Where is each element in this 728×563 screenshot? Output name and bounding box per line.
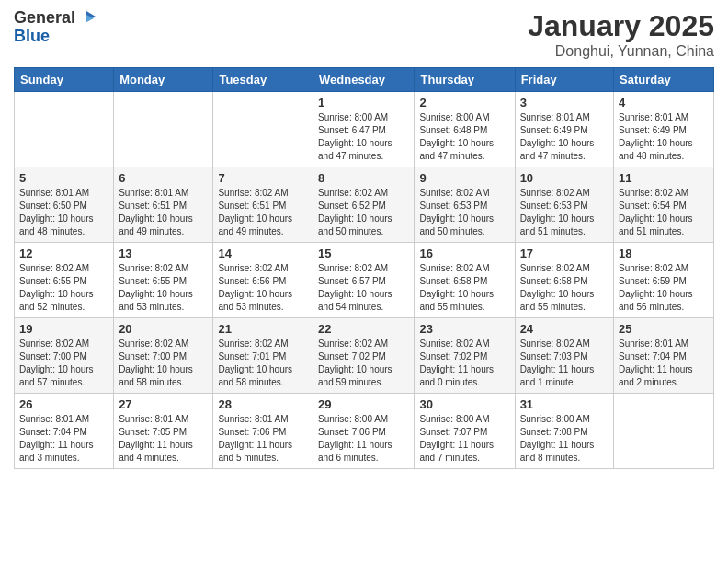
day-number: 21 bbox=[218, 322, 308, 336]
calendar-cell: 30Sunrise: 8:00 AM Sunset: 7:07 PM Dayli… bbox=[415, 394, 515, 469]
day-number: 5 bbox=[19, 171, 108, 185]
calendar-cell: 2Sunrise: 8:00 AM Sunset: 6:48 PM Daylig… bbox=[415, 92, 515, 167]
day-info: Sunrise: 8:01 AM Sunset: 6:49 PM Dayligh… bbox=[619, 111, 709, 163]
logo-flag-icon bbox=[77, 9, 96, 28]
calendar-cell: 20Sunrise: 8:02 AM Sunset: 7:00 PM Dayli… bbox=[114, 318, 213, 394]
day-number: 11 bbox=[619, 171, 709, 185]
location: Donghui, Yunnan, China bbox=[528, 43, 714, 60]
day-number: 6 bbox=[119, 171, 208, 185]
weekday-header-friday: Friday bbox=[515, 68, 613, 92]
calendar-cell: 26Sunrise: 8:01 AM Sunset: 7:04 PM Dayli… bbox=[15, 394, 114, 469]
weekday-header-sunday: Sunday bbox=[15, 68, 114, 92]
day-info: Sunrise: 8:00 AM Sunset: 7:06 PM Dayligh… bbox=[318, 413, 409, 465]
weekday-header-monday: Monday bbox=[114, 68, 213, 92]
calendar-cell: 1Sunrise: 8:00 AM Sunset: 6:47 PM Daylig… bbox=[313, 92, 415, 167]
day-number: 28 bbox=[218, 397, 308, 411]
day-info: Sunrise: 8:02 AM Sunset: 6:53 PM Dayligh… bbox=[520, 187, 609, 238]
day-info: Sunrise: 8:02 AM Sunset: 7:02 PM Dayligh… bbox=[419, 338, 509, 389]
day-number: 1 bbox=[318, 96, 409, 109]
day-number: 3 bbox=[520, 96, 609, 109]
day-info: Sunrise: 8:02 AM Sunset: 7:01 PM Dayligh… bbox=[218, 338, 308, 389]
calendar-cell: 19Sunrise: 8:02 AM Sunset: 7:00 PM Dayli… bbox=[15, 318, 114, 394]
weekday-header-saturday: Saturday bbox=[614, 68, 714, 92]
calendar-cell: 8Sunrise: 8:02 AM Sunset: 6:52 PM Daylig… bbox=[313, 167, 415, 243]
calendar-cell: 22Sunrise: 8:02 AM Sunset: 7:02 PM Dayli… bbox=[313, 318, 415, 394]
calendar-cell: 6Sunrise: 8:01 AM Sunset: 6:51 PM Daylig… bbox=[114, 167, 213, 243]
day-number: 13 bbox=[119, 247, 208, 260]
calendar-week-row: 1Sunrise: 8:00 AM Sunset: 6:47 PM Daylig… bbox=[15, 92, 714, 167]
day-info: Sunrise: 8:01 AM Sunset: 7:04 PM Dayligh… bbox=[19, 413, 108, 465]
calendar-cell: 31Sunrise: 8:00 AM Sunset: 7:08 PM Dayli… bbox=[515, 394, 613, 469]
day-info: Sunrise: 8:02 AM Sunset: 6:54 PM Dayligh… bbox=[619, 187, 709, 238]
calendar-week-row: 12Sunrise: 8:02 AM Sunset: 6:55 PM Dayli… bbox=[15, 243, 714, 318]
day-info: Sunrise: 8:00 AM Sunset: 6:47 PM Dayligh… bbox=[318, 111, 409, 163]
day-number: 23 bbox=[419, 322, 509, 336]
day-number: 2 bbox=[419, 96, 509, 109]
day-number: 17 bbox=[520, 247, 609, 260]
title-block: January 2025 Donghui, Yunnan, China bbox=[528, 9, 714, 60]
day-number: 12 bbox=[19, 247, 108, 260]
day-number: 30 bbox=[419, 397, 509, 411]
calendar-cell bbox=[213, 92, 313, 167]
day-number: 31 bbox=[520, 397, 609, 411]
calendar-cell: 13Sunrise: 8:02 AM Sunset: 6:55 PM Dayli… bbox=[114, 243, 213, 318]
day-info: Sunrise: 8:02 AM Sunset: 6:52 PM Dayligh… bbox=[318, 187, 409, 238]
calendar-cell: 3Sunrise: 8:01 AM Sunset: 6:49 PM Daylig… bbox=[515, 92, 613, 167]
month-title: January 2025 bbox=[528, 9, 714, 43]
calendar-cell: 14Sunrise: 8:02 AM Sunset: 6:56 PM Dayli… bbox=[213, 243, 313, 318]
day-number: 15 bbox=[318, 247, 409, 260]
weekday-header-tuesday: Tuesday bbox=[213, 68, 313, 92]
day-number: 22 bbox=[318, 322, 409, 336]
day-info: Sunrise: 8:02 AM Sunset: 6:58 PM Dayligh… bbox=[419, 262, 509, 314]
logo-blue: Blue bbox=[14, 28, 96, 46]
calendar-week-row: 26Sunrise: 8:01 AM Sunset: 7:04 PM Dayli… bbox=[15, 394, 714, 469]
calendar-cell: 27Sunrise: 8:01 AM Sunset: 7:05 PM Dayli… bbox=[114, 394, 213, 469]
calendar-week-row: 5Sunrise: 8:01 AM Sunset: 6:50 PM Daylig… bbox=[15, 167, 714, 243]
day-info: Sunrise: 8:02 AM Sunset: 7:03 PM Dayligh… bbox=[520, 338, 609, 389]
logo-general: General bbox=[14, 9, 75, 28]
calendar-cell: 7Sunrise: 8:02 AM Sunset: 6:51 PM Daylig… bbox=[213, 167, 313, 243]
day-info: Sunrise: 8:02 AM Sunset: 6:58 PM Dayligh… bbox=[520, 262, 609, 314]
day-info: Sunrise: 8:02 AM Sunset: 6:55 PM Dayligh… bbox=[19, 262, 108, 314]
calendar-cell: 21Sunrise: 8:02 AM Sunset: 7:01 PM Dayli… bbox=[213, 318, 313, 394]
day-info: Sunrise: 8:01 AM Sunset: 7:04 PM Dayligh… bbox=[619, 338, 709, 389]
day-info: Sunrise: 8:01 AM Sunset: 6:50 PM Dayligh… bbox=[19, 187, 108, 238]
calendar-cell: 10Sunrise: 8:02 AM Sunset: 6:53 PM Dayli… bbox=[515, 167, 613, 243]
day-info: Sunrise: 8:00 AM Sunset: 7:08 PM Dayligh… bbox=[520, 413, 609, 465]
day-info: Sunrise: 8:01 AM Sunset: 7:05 PM Dayligh… bbox=[119, 413, 208, 465]
weekday-header-row: SundayMondayTuesdayWednesdayThursdayFrid… bbox=[15, 68, 714, 92]
day-info: Sunrise: 8:02 AM Sunset: 6:59 PM Dayligh… bbox=[619, 262, 709, 314]
day-number: 24 bbox=[520, 322, 609, 336]
day-info: Sunrise: 8:02 AM Sunset: 6:56 PM Dayligh… bbox=[218, 262, 308, 314]
calendar-cell: 15Sunrise: 8:02 AM Sunset: 6:57 PM Dayli… bbox=[313, 243, 415, 318]
page-container: General Blue January 2025 Donghui, Yunna… bbox=[0, 0, 728, 478]
calendar-cell: 23Sunrise: 8:02 AM Sunset: 7:02 PM Dayli… bbox=[415, 318, 515, 394]
day-info: Sunrise: 8:01 AM Sunset: 7:06 PM Dayligh… bbox=[218, 413, 308, 465]
header: General Blue January 2025 Donghui, Yunna… bbox=[14, 9, 714, 60]
day-info: Sunrise: 8:02 AM Sunset: 6:53 PM Dayligh… bbox=[419, 187, 509, 238]
calendar-cell: 11Sunrise: 8:02 AM Sunset: 6:54 PM Dayli… bbox=[614, 167, 714, 243]
day-info: Sunrise: 8:01 AM Sunset: 6:51 PM Dayligh… bbox=[119, 187, 208, 238]
calendar-cell: 17Sunrise: 8:02 AM Sunset: 6:58 PM Dayli… bbox=[515, 243, 613, 318]
day-number: 29 bbox=[318, 397, 409, 411]
calendar-cell: 4Sunrise: 8:01 AM Sunset: 6:49 PM Daylig… bbox=[614, 92, 714, 167]
day-number: 14 bbox=[218, 247, 308, 260]
day-info: Sunrise: 8:02 AM Sunset: 6:57 PM Dayligh… bbox=[318, 262, 409, 314]
day-info: Sunrise: 8:02 AM Sunset: 7:00 PM Dayligh… bbox=[19, 338, 108, 389]
calendar-cell: 18Sunrise: 8:02 AM Sunset: 6:59 PM Dayli… bbox=[614, 243, 714, 318]
logo: General Blue bbox=[14, 9, 96, 46]
day-info: Sunrise: 8:00 AM Sunset: 6:48 PM Dayligh… bbox=[419, 111, 509, 163]
calendar-cell: 12Sunrise: 8:02 AM Sunset: 6:55 PM Dayli… bbox=[15, 243, 114, 318]
calendar-cell: 16Sunrise: 8:02 AM Sunset: 6:58 PM Dayli… bbox=[415, 243, 515, 318]
day-number: 26 bbox=[19, 397, 108, 411]
calendar-week-row: 19Sunrise: 8:02 AM Sunset: 7:00 PM Dayli… bbox=[15, 318, 714, 394]
day-info: Sunrise: 8:02 AM Sunset: 7:02 PM Dayligh… bbox=[318, 338, 409, 389]
day-info: Sunrise: 8:01 AM Sunset: 6:49 PM Dayligh… bbox=[520, 111, 609, 163]
calendar-cell: 29Sunrise: 8:00 AM Sunset: 7:06 PM Dayli… bbox=[313, 394, 415, 469]
day-number: 4 bbox=[619, 96, 709, 109]
day-number: 16 bbox=[419, 247, 509, 260]
logo-text: General Blue bbox=[14, 9, 96, 46]
day-number: 20 bbox=[119, 322, 208, 336]
day-number: 18 bbox=[619, 247, 709, 260]
day-number: 19 bbox=[19, 322, 108, 336]
